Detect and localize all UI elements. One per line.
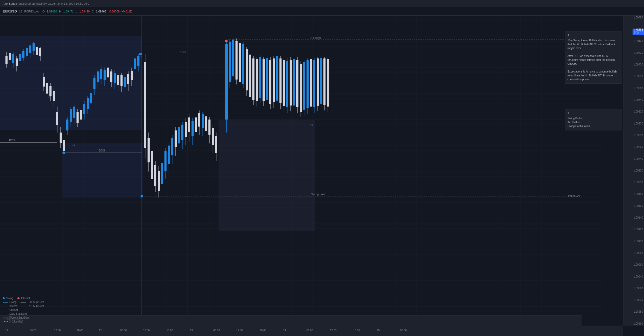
svg-rect-144 <box>215 136 217 153</box>
svg-rect-184 <box>290 60 292 106</box>
legend-choch: ChoCH <box>3 308 44 311</box>
price-1.09400: 1.09400 <box>623 63 644 66</box>
swing-line-label: Swing <box>9 301 16 304</box>
price-1.09120: 1.09120 <box>623 228 644 231</box>
tradingview-watermark: TradingView <box>3 314 34 323</box>
open-label: O <box>42 10 45 13</box>
svg-rect-118 <box>171 138 173 155</box>
svg-rect-54 <box>60 133 62 143</box>
svg-rect-130 <box>192 121 194 136</box>
svg-rect-94 <box>127 74 129 84</box>
svg-rect-62 <box>73 107 75 118</box>
time-06-3: 06:00 <box>213 329 220 332</box>
svg-text:INT High: INT High <box>310 36 321 39</box>
time-12-4: 12:00 <box>330 329 336 332</box>
price-1.09080: 1.09080 <box>623 252 644 254</box>
chart-area[interactable]: BOS BOS BOS INT High Swing Low 15 15 15 … <box>0 16 602 326</box>
symbol-bar: EURUSD 15 FOREX.com O 1.09420 H 1.09471 … <box>0 7 644 16</box>
close-label: C <box>92 10 94 13</box>
time-06-1: 06:00 <box>30 329 36 332</box>
svg-rect-172 <box>269 60 271 104</box>
svg-rect-24 <box>9 53 11 60</box>
sup-dem-line <box>21 302 26 302</box>
svg-rect-182 <box>286 61 288 107</box>
svg-rect-50 <box>53 91 55 101</box>
svg-rect-128 <box>188 117 190 132</box>
svg-rect-138 <box>205 116 207 131</box>
svg-rect-22 <box>5 56 8 64</box>
timeframe: 15 <box>19 10 22 13</box>
swing-dot <box>3 297 5 299</box>
svg-text:BOS: BOS <box>9 139 15 142</box>
svg-rect-104 <box>148 138 150 162</box>
price-1.09000: 1.09000 <box>623 299 644 301</box>
publish-date: Mar 13, 2024 16:51 UTC <box>58 2 90 5</box>
svg-rect-170 <box>266 58 268 100</box>
internal-dot <box>17 297 20 299</box>
svg-rect-90 <box>120 75 123 86</box>
svg-rect-150 <box>232 39 234 76</box>
svg-rect-178 <box>279 58 282 103</box>
svg-rect-112 <box>161 163 163 184</box>
publisher-name: Amr-Sadek <box>3 2 17 5</box>
chart-container[interactable]: BOS BOS BOS INT High Swing Low 15 15 15 … <box>0 16 644 336</box>
svg-rect-132 <box>195 117 197 132</box>
close-value: 1.09465 <box>96 10 106 13</box>
svg-rect-134 <box>198 113 200 127</box>
high-label: H <box>59 10 61 13</box>
price-1.09260: 1.09260 <box>623 146 644 148</box>
price-1.09180: 1.09180 <box>623 193 644 195</box>
svg-rect-186 <box>293 59 295 106</box>
svg-rect-176 <box>276 56 278 101</box>
svg-text:BOS: BOS <box>180 51 186 54</box>
time-15: 15 <box>377 329 380 332</box>
svg-point-208 <box>62 151 65 154</box>
internal-line <box>3 306 8 306</box>
time-12-3: 12:00 <box>236 329 243 332</box>
svg-rect-30 <box>19 54 21 61</box>
price-1.09200: 1.09200 <box>623 181 644 184</box>
price-1.09340: 1.09340 <box>623 98 644 101</box>
svg-rect-142 <box>212 128 214 145</box>
symbol-name: EURUSD <box>3 9 17 13</box>
svg-rect-196 <box>310 59 312 107</box>
svg-text:15: 15 <box>310 124 313 127</box>
price-1.09220: 1.09220 <box>623 169 644 172</box>
svg-rect-28 <box>16 58 18 66</box>
4h-line <box>22 306 27 306</box>
sup-dem-label: 15m Sup/Dem <box>27 301 44 304</box>
time-13: 13 <box>190 329 193 332</box>
time-12-2: 12:00 <box>143 329 150 332</box>
svg-text:15: 15 <box>72 143 75 146</box>
svg-rect-26 <box>12 54 14 63</box>
low-label: L <box>76 10 77 13</box>
high-value: 1.09471 <box>63 10 74 13</box>
price-1.09360: 1.09360 <box>623 87 644 90</box>
current-price-label: 1.09465 08:45 <box>633 29 644 35</box>
svg-rect-98 <box>134 58 136 69</box>
price-1.09060: 1.09060 <box>623 263 644 266</box>
svg-rect-174 <box>273 58 275 102</box>
legend-swing: Swing Internal <box>3 297 44 300</box>
price-1.08980: 1.08980 <box>623 310 644 313</box>
svg-rect-84 <box>110 71 112 82</box>
svg-point-209 <box>141 195 143 197</box>
price-1.09380: 1.09380 <box>623 75 644 78</box>
svg-rect-64 <box>76 112 79 123</box>
svg-rect-164 <box>256 59 258 101</box>
internal-line-label: Internal <box>9 305 18 307</box>
time-18-2: 18:00 <box>167 329 173 332</box>
svg-rect-48 <box>49 86 52 96</box>
svg-rect-198 <box>313 60 315 107</box>
svg-rect-38 <box>33 43 35 51</box>
swing-label: Swing <box>6 297 13 300</box>
svg-rect-92 <box>124 77 126 87</box>
svg-rect-44 <box>43 77 45 87</box>
svg-rect-160 <box>249 55 251 97</box>
svg-point-207 <box>225 40 228 42</box>
time-06-5: 06:00 <box>400 329 407 332</box>
4h-label: 4H Sup/Dem <box>29 305 44 307</box>
svg-rect-188 <box>296 60 298 107</box>
svg-rect-166 <box>259 57 261 98</box>
svg-rect-52 <box>56 112 58 125</box>
